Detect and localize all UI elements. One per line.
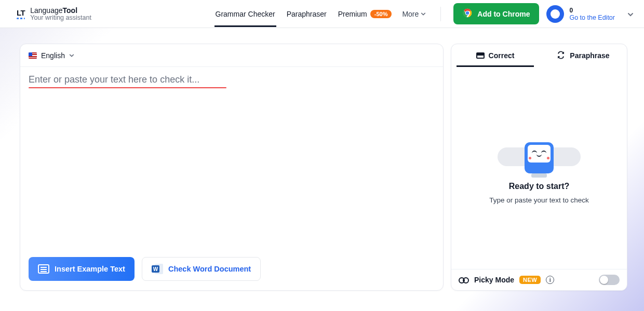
discount-badge: -50% [370, 10, 392, 18]
check-word-doc-button[interactable]: W Check Word Document [142, 257, 261, 281]
chevron-down-icon [421, 11, 426, 17]
picky-mode-row: Picky Mode NEW i [451, 269, 627, 290]
picky-mode-label: Picky Mode [474, 276, 514, 284]
tab-correct[interactable]: Correct [451, 44, 539, 67]
brand-text: LanguageTool Your writing assistant [30, 6, 91, 21]
chevron-down-icon [627, 11, 633, 17]
profile-menu[interactable]: 0 Go to the Editor [546, 5, 633, 23]
add-to-chrome-label: Add to Chrome [477, 10, 530, 18]
nav-premium-label: Premium [338, 10, 367, 18]
profile-goto-editor: Go to the Editor [569, 14, 615, 21]
avatar-icon [546, 5, 564, 23]
brand-name-b: Tool [63, 6, 78, 15]
tab-correct-label: Correct [489, 51, 515, 60]
editor-card: English Enter or paste your text here to… [20, 44, 444, 291]
picky-mode-toggle[interactable] [599, 275, 620, 285]
chrome-icon [463, 8, 472, 19]
nav-grammar-checker[interactable]: Grammar Checker [214, 2, 276, 26]
profile-count: 0 [569, 7, 615, 14]
side-body: Ready to start? Type or paste your text … [451, 67, 627, 269]
paraphrase-icon [556, 51, 566, 61]
ready-subtitle: Type or paste your text to check [489, 196, 588, 204]
spectacles-icon [459, 277, 469, 282]
language-select[interactable]: English [29, 51, 74, 60]
editor-textarea[interactable]: Enter or paste your text here to check i… [20, 67, 443, 257]
brand-tagline: Your writing assistant [30, 14, 91, 21]
us-flag-icon [29, 52, 37, 59]
editor-toolbar: English [20, 44, 443, 67]
nav-more-label: More [402, 10, 419, 18]
tab-paraphrase-label: Paraphrase [570, 51, 609, 60]
insert-example-label: Insert Example Text [55, 265, 125, 273]
add-to-chrome-button[interactable]: Add to Chrome [453, 3, 539, 24]
main-wrap: English Enter or paste your text here to… [0, 28, 644, 301]
mascot-icon [525, 142, 554, 173]
brand-name-a: Language [30, 6, 62, 15]
nav-more[interactable]: More [402, 10, 426, 18]
brand[interactable]: LT LanguageTool Your writing assistant [17, 6, 91, 21]
profile-text: 0 Go to the Editor [569, 7, 615, 21]
insert-example-button[interactable]: Insert Example Text [29, 257, 135, 281]
editor-actions: Insert Example Text W Check Word Documen… [20, 257, 443, 290]
ready-title: Ready to start? [509, 182, 569, 191]
tab-paraphrase[interactable]: Paraphrase [539, 44, 627, 67]
brand-logo: LT [17, 8, 25, 19]
info-icon[interactable]: i [546, 276, 554, 284]
app-header: LT LanguageTool Your writing assistant G… [0, 0, 644, 28]
correct-icon [476, 52, 485, 59]
example-text-icon [38, 264, 49, 274]
mascot-illustration [495, 132, 583, 173]
check-word-label: Check Word Document [168, 265, 251, 273]
primary-nav: Grammar Checker Paraphraser Premium -50%… [214, 2, 447, 26]
side-panel: Correct Paraphrase [451, 44, 627, 291]
word-icon: W [152, 264, 163, 274]
placeholder-underline [29, 87, 226, 89]
nav-paraphraser[interactable]: Paraphraser [286, 2, 328, 26]
side-tabs: Correct Paraphrase [451, 44, 627, 67]
chevron-down-icon [69, 53, 74, 58]
header-right: Add to Chrome 0 Go to the Editor [453, 3, 633, 24]
language-select-label: English [41, 51, 65, 60]
new-badge: NEW [519, 276, 541, 284]
editor-placeholder: Enter or paste your text here to check i… [29, 74, 199, 85]
nav-divider [440, 7, 441, 21]
nav-premium[interactable]: Premium -50% [337, 2, 393, 26]
